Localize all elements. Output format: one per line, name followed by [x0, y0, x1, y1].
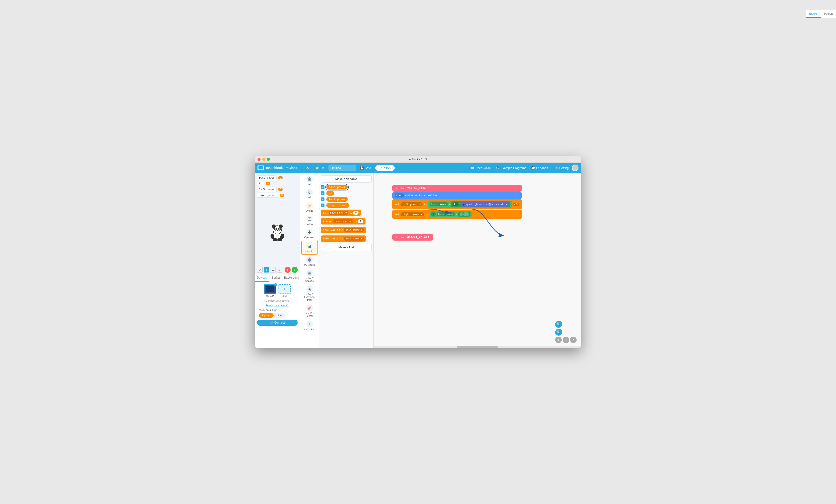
- nav-home-button[interactable]: 🏠: [304, 165, 311, 171]
- hide-var-block-row: hide variable base_power ▼: [321, 235, 372, 242]
- user-avatar[interactable]: [572, 164, 578, 171]
- feedback-label: Feedback: [536, 166, 549, 170]
- minimize-button[interactable]: [262, 158, 265, 161]
- right-power-dropdown[interactable]: right_power ▼: [400, 212, 424, 216]
- zoom-equal-button[interactable]: =: [570, 336, 577, 343]
- project-title-input[interactable]: [328, 165, 356, 171]
- cat-mbot2-chassis[interactable]: 🤖 mBot2 Chassis: [301, 268, 318, 284]
- stop-icon: ■: [287, 269, 288, 271]
- cat-operators[interactable]: ➕ Operators: [301, 228, 318, 240]
- file-button[interactable]: 📁 File: [313, 165, 326, 171]
- cat-quad-rgb[interactable]: 🌈 Quad RGB Sensor: [301, 303, 318, 319]
- svg-point-2: [272, 225, 276, 228]
- live-mode-button[interactable]: Live: [273, 313, 285, 318]
- left-power-dropdown[interactable]: left_power ▼: [400, 202, 423, 206]
- cat-ai[interactable]: 🤖 AI: [301, 174, 318, 187]
- blocks-panel: Make a Variable ✓ base_power ✓ kp ✓ left…: [319, 173, 374, 348]
- show-variable-block[interactable]: show variable base_power ▼: [321, 227, 366, 233]
- rp-white-oval2: [463, 212, 469, 216]
- checkbox-base-power[interactable]: ✓: [321, 185, 324, 189]
- example-programs-item[interactable]: 📚 Example Programs: [494, 165, 528, 171]
- var-pill-base-power[interactable]: base_power: [326, 185, 348, 190]
- cat-ai-label: AI: [308, 183, 310, 186]
- tab-devices[interactable]: Devices: [255, 274, 269, 282]
- cat-events[interactable]: ⚡ Events: [301, 201, 318, 214]
- change-var-dropdown[interactable]: base_power ▼: [333, 219, 353, 223]
- set-var-dropdown[interactable]: base_power ▼: [329, 211, 348, 215]
- feedback-item[interactable]: 💬 Feedback: [530, 165, 551, 171]
- user-guide-item[interactable]: 📖 User Guide: [469, 165, 493, 171]
- upload-mode-button[interactable]: Upload: [259, 313, 273, 318]
- cat-mbot2-chassis-label: mBot2 Chassis: [303, 277, 316, 283]
- cat-my-blocks[interactable]: 🔷 My Blocks: [301, 255, 318, 268]
- user-guide-label: User Guide: [475, 166, 491, 170]
- arrow-target: ●: [431, 212, 436, 217]
- reset-icon: ↺: [557, 338, 559, 342]
- main-layout: base_power 0 kp 0 left_power 0 right_pow…: [255, 173, 581, 348]
- zoom-in-button[interactable]: 🔍: [555, 321, 562, 328]
- canvas-area[interactable]: define follow_line stop and move to a ne…: [374, 173, 581, 348]
- maximize-button[interactable]: [267, 158, 270, 161]
- cat-control[interactable]: 🔄 Control: [301, 214, 318, 227]
- how-to-link[interactable]: How to use device?: [266, 304, 288, 307]
- checkbox-left-power[interactable]: ✓: [321, 197, 324, 201]
- publish-button[interactable]: Publish: [375, 165, 395, 171]
- var-pill-kp[interactable]: kp: [326, 191, 334, 196]
- cat-operators-label: Operators: [304, 236, 315, 239]
- close-button[interactable]: [258, 158, 261, 161]
- cat-mbot2-ext[interactable]: 🔌 mBot2 Extension Port: [301, 285, 318, 303]
- make-variable-button[interactable]: Make a Variable: [321, 175, 372, 182]
- var-pill-left-power[interactable]: left_power: [326, 197, 348, 202]
- go-icon: ▶: [294, 269, 296, 271]
- cat-iot[interactable]: 📡 IoT: [301, 188, 318, 200]
- make-list-button[interactable]: Make a List: [321, 244, 372, 251]
- rp-white-oval1: [460, 212, 462, 216]
- cat-extension[interactable]: + extension: [301, 319, 318, 332]
- go-button[interactable]: ▶: [291, 267, 298, 273]
- scrollbar-track[interactable]: [374, 346, 581, 348]
- setting-item[interactable]: ⚙️ Setting: [553, 165, 571, 171]
- hide-label: hide variable: [323, 237, 343, 240]
- zoom-out-button[interactable]: 🔍: [555, 329, 562, 336]
- var-pill-right-power[interactable]: right_power: [326, 203, 349, 208]
- define-follow-line[interactable]: define follow_line: [392, 185, 522, 192]
- hide-var-dropdown[interactable]: base_power ▼: [344, 237, 364, 240]
- set-block[interactable]: set base_power ▼ to 0: [321, 210, 361, 216]
- change-by-label: by: [354, 220, 357, 223]
- cat-variables[interactable]: 📊 Variables: [301, 241, 318, 255]
- set-left-power-block[interactable]: set left_power ▼ to base_power - kp * 📷: [392, 199, 522, 209]
- tab-sprites[interactable]: Sprites: [269, 274, 283, 282]
- view-grid4-button[interactable]: ⊟: [277, 267, 282, 272]
- app-window: mBlock v5.4.3 makeblock | mBlock | 🏠 📁 F…: [255, 156, 581, 348]
- zoom-controls: 🔍 🔍 ↺ ⊡ =: [555, 321, 577, 343]
- cyberpi-device[interactable]: ✕ CyberPi: [264, 284, 276, 297]
- motion-stop-block[interactable]: stop and move to a newline: [392, 192, 522, 199]
- view-grid2-button[interactable]: ⊞: [264, 267, 269, 272]
- view-expand-button[interactable]: ⤢: [257, 267, 263, 272]
- set-right-power-block[interactable]: set right_power ▼ to ● base_power +: [392, 210, 522, 219]
- cat-events-label: Events: [306, 210, 313, 212]
- tab-background[interactable]: Background: [283, 274, 300, 282]
- scrollbar-thumb[interactable]: [457, 346, 498, 348]
- stop-button[interactable]: ■: [285, 267, 291, 273]
- svg-point-9: [279, 229, 280, 229]
- save-button[interactable]: 💾 Save: [358, 165, 374, 171]
- zoom-reset-button[interactable]: ↺: [555, 336, 562, 343]
- var-checkbox-right-power: ✓ right_power: [321, 203, 372, 208]
- view-list-button[interactable]: ☰: [270, 267, 276, 272]
- follow-line-define-block: define follow_line stop and move to a ne…: [392, 185, 522, 219]
- hide-variable-block[interactable]: hide variable base_power ▼: [321, 235, 366, 242]
- show-var-dropdown[interactable]: base_power ▼: [344, 228, 364, 232]
- connect-button[interactable]: 🔗 Connect: [257, 319, 298, 326]
- checkbox-right-power[interactable]: ✓: [321, 203, 324, 207]
- mbot2-chassis-icon: 🤖: [306, 270, 313, 276]
- set-to-label: to: [349, 211, 352, 214]
- device-close-button[interactable]: ✕: [274, 283, 277, 287]
- zoom-fit-button[interactable]: ⊡: [563, 336, 569, 343]
- change-block[interactable]: change base_power ▼ by 1: [321, 218, 365, 225]
- mult-op: *: [459, 203, 461, 206]
- add-device-button[interactable]: + Add: [279, 284, 291, 297]
- change-label: change: [323, 220, 332, 223]
- define-detect-colors[interactable]: define detect_colors: [392, 234, 433, 240]
- checkbox-kp[interactable]: ✓: [321, 191, 324, 195]
